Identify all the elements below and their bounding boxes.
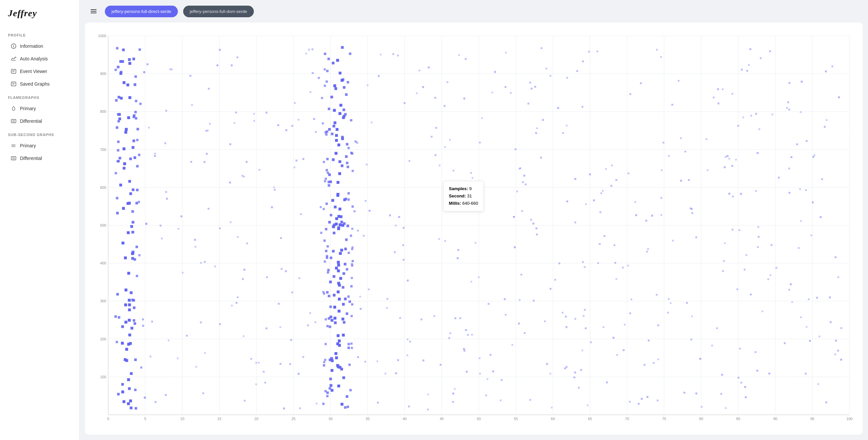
differential-flame-icon: [11, 118, 17, 124]
sidebar-item-event-viewer[interactable]: Event Viewer: [3, 65, 76, 77]
chart-wrap: Samples: 9 Second: 31 Millis: 640-660: [92, 29, 856, 428]
svg-point-17: [11, 144, 12, 145]
svg-point-2: [13, 45, 14, 45]
sidebar-item-event-viewer-label: Event Viewer: [20, 69, 47, 74]
sidebar-item-differential-sub[interactable]: Differential: [3, 152, 76, 164]
sidebar-item-auto-analysis[interactable]: Auto Analysis: [3, 53, 76, 65]
svg-rect-7: [11, 82, 16, 86]
profile-section-label: PROFILE: [0, 28, 79, 40]
differential-sub-icon: [11, 155, 17, 161]
svg-rect-25: [11, 157, 16, 160]
sidebar-item-primary-flame[interactable]: Primary: [3, 102, 76, 115]
sidebar-item-saved-graphs[interactable]: Saved Graphs: [3, 78, 76, 90]
main-content: jeffery-persons-full-direct-serde jeffer…: [80, 0, 868, 440]
flamegraphs-section-label: FLAMEGRAPHS: [0, 90, 79, 102]
auto-analysis-icon: [11, 56, 17, 62]
sidebar-item-information-label: Information: [20, 43, 43, 49]
scatter-chart[interactable]: [92, 29, 856, 428]
sidebar-item-primary-sub[interactable]: Primary: [3, 140, 76, 152]
svg-point-15: [13, 145, 14, 146]
event-viewer-icon: [11, 68, 17, 74]
sidebar-item-primary-sub-label: Primary: [20, 143, 36, 148]
sidebar-item-differential-flame-label: Differential: [20, 119, 42, 124]
saved-graphs-icon: [11, 81, 17, 87]
svg-point-19: [13, 144, 14, 145]
flame-primary-icon: [11, 105, 17, 112]
subsecond-primary-icon: [11, 143, 17, 149]
tab-direct-serde[interactable]: jeffery-persons-full-direct-serde: [105, 6, 178, 17]
svg-point-22: [12, 146, 13, 147]
header: jeffery-persons-full-direct-serde jeffer…: [80, 0, 868, 23]
svg-point-14: [12, 145, 13, 146]
sidebar-item-differential-sub-label: Differential: [20, 156, 42, 161]
svg-point-21: [11, 146, 12, 147]
sidebar-item-differential-flame[interactable]: Differential: [3, 115, 76, 127]
svg-rect-10: [11, 120, 16, 123]
svg-point-24: [14, 146, 15, 147]
sidebar: Jeffrey PROFILE Information Auto Analysi…: [0, 0, 80, 440]
svg-rect-4: [11, 69, 16, 73]
sidebar-item-primary-flame-label: Primary: [20, 106, 36, 111]
sidebar-item-saved-graphs-label: Saved Graphs: [20, 81, 50, 87]
menu-toggle-button[interactable]: [88, 5, 99, 17]
subsecond-section-label: SUB-SECOND GRAPHS: [0, 127, 79, 139]
svg-point-13: [11, 145, 12, 146]
sidebar-item-auto-analysis-label: Auto Analysis: [20, 56, 48, 61]
svg-point-23: [13, 146, 14, 147]
tab-dom-serde[interactable]: jeffery-persons-full-dom-serde: [183, 6, 254, 17]
svg-point-20: [14, 144, 15, 145]
svg-point-16: [14, 145, 15, 146]
svg-point-18: [12, 144, 13, 145]
info-icon: [11, 43, 17, 49]
sidebar-item-information[interactable]: Information: [3, 40, 76, 52]
app-logo: Jeffrey: [0, 8, 79, 28]
chart-container: Samples: 9 Second: 31 Millis: 640-660: [85, 23, 863, 435]
